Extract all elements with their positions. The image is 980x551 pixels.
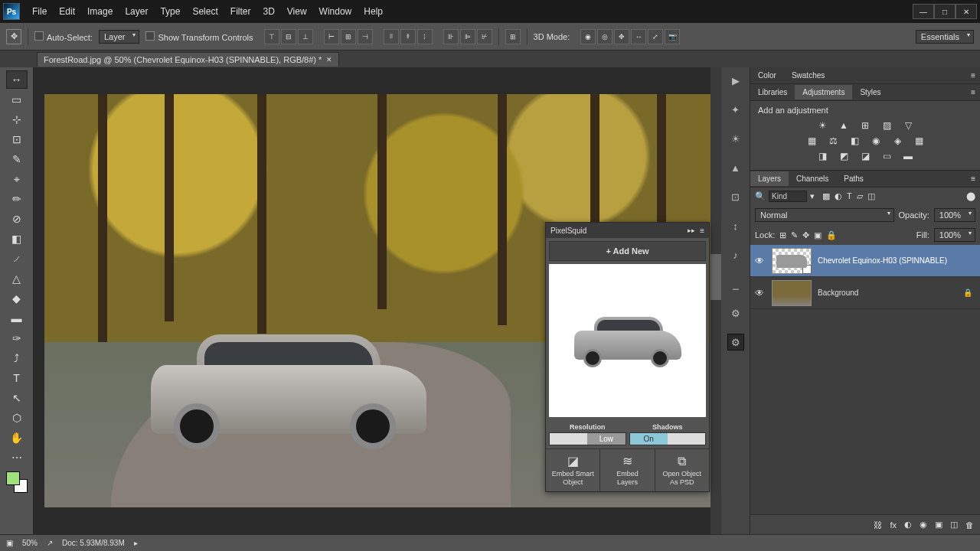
embed-smart-object-button[interactable]: ◪ Embed SmartObject bbox=[546, 449, 600, 491]
delete-layer-icon[interactable]: 🗑 bbox=[965, 520, 974, 530]
menu-layer[interactable]: Layer bbox=[119, 3, 154, 20]
tab-swatches[interactable]: Swatches bbox=[784, 68, 832, 83]
layer-mask-icon[interactable]: ◐ bbox=[904, 520, 912, 530]
panel-menu-icon[interactable]: ≡ bbox=[700, 227, 704, 235]
new-adj-icon[interactable]: ◉ bbox=[920, 520, 927, 530]
histogram-icon[interactable]: ▲ bbox=[727, 159, 744, 176]
panel-menu-icon[interactable]: ≡ bbox=[966, 174, 980, 183]
menu-edit[interactable]: Edit bbox=[53, 3, 81, 20]
crop-tool[interactable]: ⊡ bbox=[6, 130, 28, 148]
open-as-psd-button[interactable]: ⧉ Open ObjectAs PSD bbox=[655, 449, 709, 491]
3d-scale-icon[interactable]: ⤢ bbox=[648, 29, 663, 44]
tab-channels[interactable]: Channels bbox=[789, 171, 836, 186]
ruler-icon[interactable]: ⎯ bbox=[727, 276, 744, 292]
3d-roll-icon[interactable]: ◎ bbox=[597, 29, 612, 44]
eyedropper-tool[interactable]: ✎ bbox=[6, 150, 28, 168]
gradient-map-icon[interactable]: ▭ bbox=[880, 150, 893, 162]
search-icon[interactable]: 🔍 bbox=[755, 191, 766, 201]
distribute-hcenter-icon[interactable]: ⊫ bbox=[460, 29, 475, 44]
invert-adj-icon[interactable]: ◨ bbox=[815, 150, 829, 162]
pixelsquid-panel[interactable]: PixelSquid ▸▸ ≡ + Add New Resolution Low… bbox=[545, 222, 710, 492]
brush-tool[interactable]: ✏ bbox=[6, 190, 28, 208]
menu-file[interactable]: File bbox=[26, 3, 53, 20]
auto-select-dropdown[interactable]: Layer bbox=[99, 30, 140, 44]
menu-image[interactable]: Image bbox=[81, 3, 119, 20]
type-tool[interactable]: ⤴ bbox=[6, 349, 28, 367]
character-icon[interactable]: ↕ bbox=[727, 217, 744, 234]
visibility-toggle-icon[interactable]: 👁 bbox=[753, 256, 766, 266]
close-button[interactable]: ✕ bbox=[956, 4, 977, 19]
selective-color-icon[interactable]: ▬ bbox=[901, 150, 915, 162]
tab-adjustments[interactable]: Adjustments bbox=[795, 85, 852, 99]
opacity-input[interactable]: 100% bbox=[934, 208, 975, 222]
new-group-icon[interactable]: ▣ bbox=[935, 520, 942, 530]
kind-filter[interactable] bbox=[769, 191, 807, 202]
distribute-left-icon[interactable]: ⊪ bbox=[443, 29, 459, 44]
shadows-toggle[interactable]: On bbox=[629, 432, 707, 445]
pixelsquid-preview[interactable] bbox=[549, 264, 706, 417]
foreground-color[interactable] bbox=[6, 471, 20, 485]
lock-all-icon[interactable]: 🔒 bbox=[826, 230, 837, 240]
tab-libraries[interactable]: Libraries bbox=[750, 85, 795, 99]
status-chevron-icon[interactable]: ▸ bbox=[134, 539, 138, 547]
heal-tool[interactable]: ⌖ bbox=[6, 170, 28, 188]
export-icon[interactable]: ↗ bbox=[47, 539, 53, 547]
photo-filter-icon[interactable]: ◉ bbox=[869, 135, 883, 147]
show-transform-checkbox[interactable]: Show Transform Controls bbox=[145, 31, 253, 42]
brightness-icon[interactable]: ☀ bbox=[727, 130, 744, 147]
vertical-scrollbar[interactable] bbox=[710, 67, 721, 534]
tab-color[interactable]: Color bbox=[750, 68, 784, 83]
actions-icon[interactable]: ✦ bbox=[727, 101, 744, 118]
lock-transparent-icon[interactable]: ⊞ bbox=[779, 230, 786, 240]
paragraph-icon[interactable]: ♪ bbox=[727, 246, 744, 263]
zoom-tool[interactable]: ✋ bbox=[6, 429, 28, 447]
layer-thumbnail[interactable] bbox=[772, 248, 812, 274]
layer-fx-icon[interactable]: fx bbox=[890, 520, 897, 530]
posterize-adj-icon[interactable]: ◩ bbox=[837, 150, 851, 162]
kind-dropdown-icon[interactable]: ▾ bbox=[810, 191, 815, 201]
tab-styles[interactable]: Styles bbox=[852, 85, 888, 99]
threshold-adj-icon[interactable]: ◪ bbox=[858, 150, 872, 162]
marquee-tool[interactable]: ▭ bbox=[6, 90, 28, 109]
pixelsquid-gear-icon[interactable]: ⚙ bbox=[727, 334, 744, 350]
filter-type-icon[interactable]: T bbox=[847, 191, 852, 201]
3d-orbit-icon[interactable]: ◉ bbox=[580, 29, 596, 44]
distribute-vcenter-icon[interactable]: ⫵ bbox=[400, 29, 416, 44]
brightness-adj-icon[interactable]: ☀ bbox=[815, 119, 829, 132]
fill-input[interactable]: 100% bbox=[934, 228, 975, 242]
quickmask-icon[interactable]: ▣ bbox=[6, 539, 13, 547]
align-bottom-icon[interactable]: ⊥ bbox=[298, 29, 313, 44]
stamp-tool[interactable]: ⊘ bbox=[6, 210, 28, 228]
color-swatches[interactable] bbox=[6, 471, 28, 493]
vibrance-adj-icon[interactable]: ▽ bbox=[901, 119, 915, 132]
resolution-toggle[interactable]: Low bbox=[549, 432, 626, 445]
eraser-tool[interactable]: ⟋ bbox=[6, 249, 28, 268]
tab-layers[interactable]: Layers bbox=[750, 171, 789, 186]
embed-layers-button[interactable]: ≋ EmbedLayers bbox=[600, 449, 655, 491]
car-layer[interactable] bbox=[151, 319, 426, 449]
close-tab-icon[interactable]: ✕ bbox=[326, 56, 332, 64]
add-new-button[interactable]: + Add New bbox=[549, 241, 706, 261]
gradient-tool[interactable]: △ bbox=[6, 269, 28, 288]
tab-paths[interactable]: Paths bbox=[836, 171, 871, 186]
shape-tool[interactable]: ↖ bbox=[6, 389, 28, 407]
lookup-adj-icon[interactable]: ▦ bbox=[912, 135, 926, 147]
zoom-level[interactable]: 50% bbox=[22, 539, 38, 547]
channel-mixer-icon[interactable]: ◈ bbox=[890, 135, 904, 147]
distribute-top-icon[interactable]: ⫴ bbox=[384, 29, 399, 44]
properties-icon[interactable]: ⚙ bbox=[727, 305, 744, 321]
edit-toolbar[interactable]: ⋯ bbox=[6, 448, 28, 467]
curves-adj-icon[interactable]: ⊞ bbox=[858, 119, 872, 132]
history-icon[interactable]: ▶ bbox=[727, 72, 744, 89]
panel-menu-icon[interactable]: ≡ bbox=[966, 88, 980, 96]
lock-pixels-icon[interactable]: ✎ bbox=[791, 230, 798, 240]
new-layer-icon[interactable]: ◫ bbox=[950, 520, 958, 530]
layer-item[interactable]: 👁 Background 🔒 bbox=[750, 277, 980, 309]
history-brush-tool[interactable]: ◧ bbox=[6, 230, 28, 248]
pen-tool[interactable]: ✑ bbox=[6, 329, 28, 347]
menu-window[interactable]: Window bbox=[313, 3, 358, 20]
filter-smart-icon[interactable]: ◫ bbox=[867, 191, 875, 201]
layer-thumbnail[interactable] bbox=[772, 280, 812, 306]
3d-camera-icon[interactable]: 📷 bbox=[665, 29, 680, 44]
panel-menu-icon[interactable]: ≡ bbox=[966, 71, 980, 80]
